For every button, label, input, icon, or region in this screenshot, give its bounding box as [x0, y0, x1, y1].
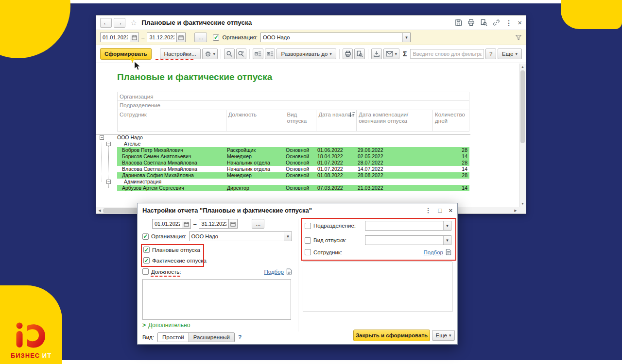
- dialog-maximize-icon[interactable]: □: [438, 207, 442, 214]
- vertical-scrollbar[interactable]: ▲ ▼: [519, 64, 526, 207]
- report-data-row[interactable]: Власова Светлана МихайловнаНачальник отд…: [96, 166, 470, 172]
- dialog-period-variants-button[interactable]: ...: [252, 219, 264, 229]
- dialog-period-from-input[interactable]: [152, 219, 182, 229]
- collapse-expander-icon[interactable]: −: [106, 142, 111, 146]
- collapse-expander-icon[interactable]: −: [106, 180, 111, 184]
- calendar-icon[interactable]: [177, 33, 186, 42]
- report-data-row[interactable]: Арбузов Артем СергеевичДиректорОсновной0…: [96, 185, 470, 191]
- back-button[interactable]: ←: [100, 18, 112, 28]
- cell: Бобров Петр Михайлович: [117, 147, 226, 153]
- department-checkbox[interactable]: [305, 223, 311, 229]
- cancel-search-button[interactable]: [236, 49, 247, 59]
- calendar-icon[interactable]: [229, 219, 238, 229]
- close-window-icon[interactable]: ×: [518, 18, 522, 27]
- settings-button[interactable]: Настройки...: [160, 49, 201, 59]
- favorite-star-icon[interactable]: ☆: [130, 18, 137, 27]
- position-pick-link[interactable]: Подбор: [264, 269, 284, 275]
- additional-settings-link[interactable]: > Дополнительно: [142, 322, 190, 329]
- collapse-expander-icon[interactable]: −: [100, 135, 104, 140]
- view-mode-simple[interactable]: Простой: [158, 333, 189, 342]
- search-button[interactable]: [224, 49, 235, 59]
- sum-button[interactable]: Σ: [401, 50, 409, 58]
- quick-filter-input[interactable]: [410, 49, 484, 59]
- scroll-down-icon[interactable]: ▼: [519, 200, 526, 207]
- report-group-row[interactable]: −Ателье: [96, 141, 470, 147]
- find-in-report-icon[interactable]: [480, 19, 487, 26]
- scroll-right-icon[interactable]: ▶: [512, 209, 519, 213]
- period-to-input[interactable]: [147, 33, 177, 42]
- cell: Власова Светлана Михайловна: [117, 160, 226, 166]
- vertical-scroll-thumb[interactable]: [520, 70, 525, 143]
- dialog-close-icon[interactable]: ×: [449, 207, 452, 214]
- column-header-start-date[interactable]: Дата начала: [316, 110, 357, 131]
- position-list-box[interactable]: [142, 279, 291, 320]
- position-checkbox[interactable]: [142, 268, 149, 275]
- column-header-days-count[interactable]: Количество дней: [433, 110, 469, 131]
- report-data-row[interactable]: Бобров Петр МихайловичРаскройщикОсновной…: [96, 147, 470, 153]
- forward-button[interactable]: →: [114, 18, 125, 28]
- employee-pick-link[interactable]: Подбор: [424, 249, 444, 255]
- expand-groups-button[interactable]: [265, 49, 276, 59]
- report-data-row[interactable]: Власова Светлана МихайловнаНачальник отд…: [96, 160, 470, 166]
- vacation-type-checkbox[interactable]: [305, 237, 311, 244]
- dialog-more-button[interactable]: Еще ▾: [432, 330, 455, 341]
- organization-label: Организация:: [151, 233, 187, 239]
- save-icon[interactable]: [455, 19, 462, 26]
- scroll-up-icon[interactable]: ▲: [519, 64, 526, 70]
- dropdown-icon[interactable]: ▾: [443, 236, 451, 245]
- cell: Власова Светлана Михайловна: [117, 166, 226, 172]
- planned-vacations-checkbox[interactable]: ✓: [143, 247, 150, 253]
- organization-combo[interactable]: ООО Надо ▾: [260, 33, 411, 42]
- report-variant-button[interactable]: ▾: [202, 49, 218, 59]
- report-group-row[interactable]: −Администрация: [96, 179, 470, 185]
- collapse-groups-button[interactable]: [253, 49, 263, 59]
- pick-list-icon[interactable]: [286, 268, 292, 275]
- row-cells: Арбузов Артем СергеевичДиректорОсновной0…: [117, 185, 469, 191]
- print-preview-button[interactable]: [354, 49, 365, 59]
- dropdown-icon[interactable]: ▾: [402, 33, 410, 42]
- expand-to-button[interactable]: Разворачивать до ▾: [276, 49, 336, 59]
- column-header-position[interactable]: Должность: [226, 110, 285, 131]
- employee-checkbox[interactable]: [305, 249, 311, 255]
- calendar-icon[interactable]: [182, 219, 191, 229]
- dialog-organization-combo[interactable]: ООО Надо ▾: [189, 232, 292, 241]
- generate-report-button[interactable]: Сформировать: [100, 48, 152, 60]
- vacation-type-combo[interactable]: ▾: [365, 235, 451, 245]
- column-header-end-date[interactable]: Дата компенсации/окончания отпуска: [357, 110, 433, 131]
- dialog-more-icon[interactable]: ⋮: [425, 207, 432, 214]
- save-result-button[interactable]: [371, 49, 382, 59]
- get-link-icon[interactable]: [493, 19, 500, 26]
- period-variants-button[interactable]: ...: [194, 33, 207, 42]
- view-mode-extended[interactable]: Расширенный: [189, 333, 234, 342]
- report-data-row[interactable]: Борисов Семен АнатольевичМенеджерОсновно…: [96, 153, 470, 160]
- scroll-left-icon[interactable]: ◀: [96, 209, 103, 213]
- help-button[interactable]: ?: [485, 49, 496, 59]
- pick-list-icon[interactable]: [446, 249, 451, 255]
- report-settings-dialog: Настройки отчета "Плановые и фактические…: [137, 203, 458, 345]
- dialog-help-link[interactable]: ?: [238, 334, 242, 341]
- more-commands-icon[interactable]: ⋮: [505, 19, 512, 27]
- more-actions-button[interactable]: Еще ▾: [498, 49, 522, 59]
- print-button[interactable]: [343, 49, 353, 59]
- organization-checkbox[interactable]: ✓: [142, 233, 149, 240]
- print-icon[interactable]: [467, 19, 475, 26]
- dialog-period-to-input[interactable]: [199, 219, 229, 229]
- column-header-vacation-type[interactable]: Вид отпуска: [285, 110, 317, 131]
- logo-icon: [15, 322, 47, 350]
- cell: Основной: [285, 166, 316, 172]
- filter-funnel-icon[interactable]: [515, 34, 522, 41]
- actual-vacations-checkbox[interactable]: ✓: [143, 257, 150, 264]
- dropdown-icon[interactable]: ▾: [443, 221, 451, 230]
- send-email-button[interactable]: ▾: [383, 49, 400, 59]
- calendar-icon[interactable]: [130, 33, 139, 42]
- close-and-generate-button[interactable]: Закрыть и сформировать: [353, 330, 430, 341]
- report-group-row[interactable]: −ООО Надо: [96, 134, 470, 141]
- report-data-row[interactable]: Даринова София МихайловнаМенеджерОсновно…: [96, 172, 470, 179]
- department-combo[interactable]: ▾: [365, 221, 451, 231]
- dropdown-icon[interactable]: ▾: [284, 232, 292, 241]
- report-heading: Плановые и фактические отпуска: [117, 72, 272, 83]
- organization-filter-checkbox[interactable]: ✓: [213, 34, 219, 41]
- column-header-employee[interactable]: Сотрудник: [118, 110, 226, 131]
- period-from-input[interactable]: [100, 33, 130, 42]
- employee-list-box[interactable]: [303, 262, 452, 312]
